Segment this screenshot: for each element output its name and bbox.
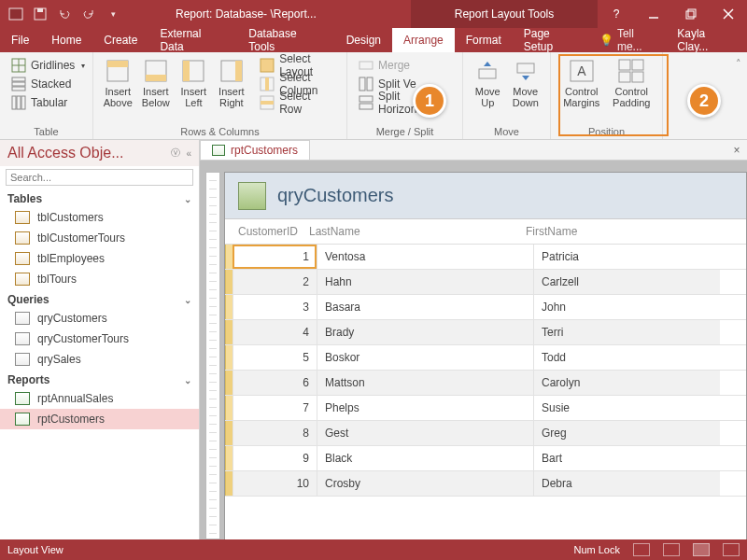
ribbon-collapse-icon[interactable]: ˄ [736, 58, 741, 70]
cell-first[interactable]: Carolyn [533, 371, 720, 395]
qat-dropdown-icon[interactable]: ▾ [103, 4, 123, 24]
table-row[interactable]: 5BoskorTodd [225, 345, 746, 371]
document-tab[interactable]: rptCustomers [200, 140, 310, 160]
insert-right-button[interactable]: Insert Right [215, 56, 249, 108]
control-margins-button[interactable]: AControl Margins [558, 56, 605, 108]
cell-first[interactable]: John [533, 295, 720, 319]
nav-item[interactable]: tblTours [0, 269, 199, 289]
cell-last[interactable]: Gest [317, 421, 533, 445]
table-row[interactable]: 3BasaraJohn [225, 295, 746, 320]
cell-first[interactable]: Susie [533, 396, 720, 420]
tab-design[interactable]: Design [335, 28, 392, 52]
cell-id[interactable]: 6 [233, 371, 317, 395]
nav-item[interactable]: rptCustomers [0, 409, 199, 429]
col-header-first[interactable]: FirstName [526, 225, 712, 238]
merge-button[interactable]: Merge [355, 56, 455, 75]
tab-database-tools[interactable]: Database Tools [237, 28, 334, 52]
cell-last[interactable]: Brady [317, 320, 533, 344]
table-row[interactable]: 8GestGreg [225, 421, 746, 446]
cell-id[interactable]: 2 [233, 270, 317, 294]
table-row[interactable]: 6MattsonCarolyn [225, 371, 746, 396]
tab-format[interactable]: Format [455, 28, 513, 52]
tab-file[interactable]: File [0, 28, 40, 52]
move-down-button[interactable]: Move Down [509, 56, 543, 108]
nav-item[interactable]: qryCustomerTours [0, 329, 199, 349]
tab-home[interactable]: Home [40, 28, 92, 52]
cell-id[interactable]: 9 [233, 446, 317, 470]
cell-last[interactable]: Basara [317, 295, 533, 319]
close-icon[interactable] [710, 0, 747, 28]
gridlines-button[interactable]: Gridlines▾ [7, 56, 89, 75]
cell-last[interactable]: Phelps [317, 396, 533, 420]
control-padding-button[interactable]: Control Padding [609, 56, 655, 108]
tab-external-data[interactable]: External Data [148, 28, 237, 52]
nav-item[interactable]: tblEmployees [0, 248, 199, 269]
tab-arrange[interactable]: Arrange [392, 28, 455, 52]
view-print-preview-icon[interactable] [663, 543, 680, 556]
cell-id[interactable]: 8 [233, 421, 317, 445]
cell-last[interactable]: Crosby [317, 471, 533, 496]
stacked-button[interactable]: Stacked [7, 75, 89, 93]
undo-icon[interactable] [54, 4, 75, 24]
nav-section-reports[interactable]: Reports⌄ [0, 370, 199, 388]
cell-id[interactable]: 7 [233, 396, 317, 420]
cell-id[interactable]: 1 [233, 245, 317, 269]
nav-item[interactable]: qryCustomers [0, 308, 199, 329]
insert-below-button[interactable]: Insert Below [139, 56, 174, 108]
insert-left-button[interactable]: Insert Left [176, 56, 211, 108]
nav-search-input[interactable] [6, 169, 193, 186]
cell-first[interactable]: Patricia [533, 245, 720, 269]
tabular-button[interactable]: Tabular [7, 93, 89, 112]
view-layout-icon[interactable] [693, 543, 710, 556]
cell-id[interactable]: 5 [233, 345, 317, 370]
nav-section-queries[interactable]: Queries⌄ [0, 289, 199, 308]
signed-in-user[interactable]: Kayla Clay... [668, 28, 747, 52]
nav-dropdown-icon[interactable]: ⓥ [171, 147, 180, 160]
nav-pane-header[interactable]: All Access Obje... ⓥ« [0, 140, 199, 166]
insert-above-button[interactable]: Insert Above [101, 56, 135, 108]
cell-first[interactable]: Bart [533, 446, 720, 470]
redo-icon[interactable] [78, 4, 99, 24]
save-icon[interactable] [30, 4, 50, 24]
tab-create[interactable]: Create [92, 28, 148, 52]
tab-page-setup[interactable]: Page Setup [513, 28, 592, 52]
report-title[interactable]: qryCustomers [277, 185, 393, 206]
col-header-last[interactable]: LastName [309, 225, 526, 238]
col-header-id[interactable]: CustomerID [225, 225, 309, 238]
table-row[interactable]: 9BlackBart [225, 446, 746, 471]
cell-last[interactable]: Boskor [317, 345, 533, 370]
nav-item[interactable]: qrySales [0, 349, 199, 370]
nav-section-tables[interactable]: Tables⌄ [0, 189, 199, 207]
report-canvas[interactable]: qryCustomers CustomerID LastName FirstNa… [200, 161, 747, 539]
minimize-icon[interactable] [635, 0, 672, 28]
view-report-icon[interactable] [633, 543, 650, 556]
cell-last[interactable]: Black [317, 446, 533, 470]
table-row[interactable]: 10CrosbyDebra [225, 471, 746, 497]
cell-first[interactable]: Todd [533, 345, 720, 370]
select-row-button[interactable]: Select Row [256, 93, 339, 112]
cell-first[interactable]: Terri [533, 320, 720, 344]
cell-first[interactable]: Debra [533, 471, 720, 496]
cell-first[interactable]: Carlzell [533, 270, 720, 294]
table-row[interactable]: 2HahnCarlzell [225, 270, 746, 295]
nav-item[interactable]: tblCustomers [0, 207, 199, 228]
table-row[interactable]: 1VentosaPatricia [225, 245, 746, 270]
tell-me[interactable]: 💡Tell me... [592, 28, 668, 52]
cell-id[interactable]: 4 [233, 320, 317, 344]
table-row[interactable]: 4BradyTerri [225, 320, 746, 345]
cell-last[interactable]: Ventosa [317, 245, 533, 269]
restore-icon[interactable] [672, 0, 710, 28]
view-design-icon[interactable] [723, 543, 740, 556]
document-close-icon[interactable]: × [726, 140, 747, 160]
nav-item[interactable]: rptAnnualSales [0, 388, 199, 409]
move-up-button[interactable]: Move Up [471, 56, 505, 108]
cell-id[interactable]: 10 [233, 471, 317, 496]
help-icon[interactable]: ? [598, 0, 635, 28]
cell-first[interactable]: Greg [533, 421, 720, 445]
table-row[interactable]: 7PhelpsSusie [225, 396, 746, 421]
cell-last[interactable]: Hahn [317, 270, 533, 294]
cell-id[interactable]: 3 [233, 295, 317, 319]
cell-last[interactable]: Mattson [317, 371, 533, 395]
nav-item[interactable]: tblCustomerTours [0, 228, 199, 248]
nav-shutter-icon[interactable]: « [186, 148, 191, 159]
